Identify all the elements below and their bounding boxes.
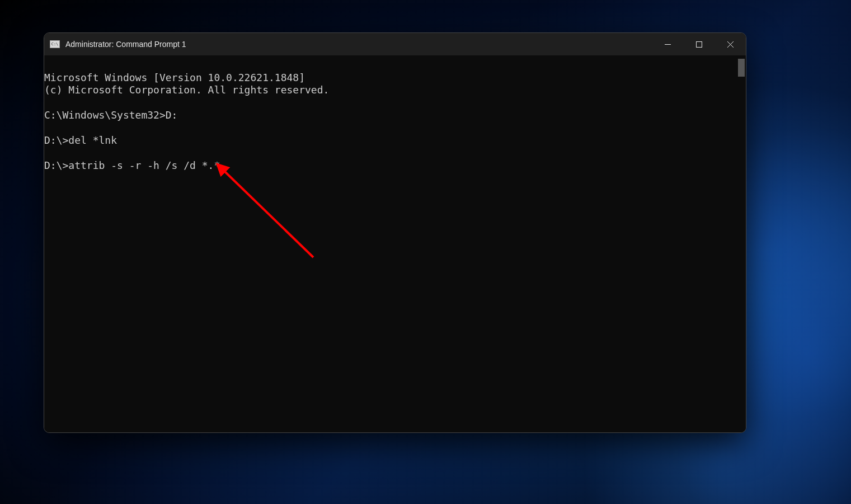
- terminal-line: D:\>del *lnk: [44, 134, 117, 146]
- maximize-button[interactable]: [683, 33, 714, 55]
- close-button[interactable]: [714, 33, 746, 55]
- command-prompt-window: Administrator: Command Prompt 1 Microsof…: [44, 32, 746, 433]
- terminal-current-line: D:\>attrib -s -r -h /s /d *.*: [44, 159, 220, 171]
- window-controls: [652, 33, 746, 55]
- vertical-scrollbar[interactable]: [738, 59, 745, 77]
- maximize-icon: [696, 41, 702, 48]
- terminal-body[interactable]: Microsoft Windows [Version 10.0.22621.18…: [44, 55, 746, 432]
- terminal-output: Microsoft Windows [Version 10.0.22621.18…: [44, 59, 746, 172]
- window-titlebar[interactable]: Administrator: Command Prompt 1: [44, 33, 746, 55]
- minimize-button[interactable]: [652, 33, 683, 55]
- cmd-icon: [50, 40, 60, 48]
- svg-rect-1: [696, 41, 702, 47]
- close-icon: [727, 41, 734, 48]
- minimize-icon: [665, 41, 671, 48]
- terminal-line: C:\Windows\System32>D:: [44, 109, 177, 121]
- terminal-line: Microsoft Windows [Version 10.0.22621.18…: [44, 72, 305, 83]
- terminal-cursor: [220, 169, 225, 172]
- window-title: Administrator: Command Prompt 1: [65, 40, 652, 49]
- terminal-line: (c) Microsoft Corporation. All rights re…: [44, 84, 329, 96]
